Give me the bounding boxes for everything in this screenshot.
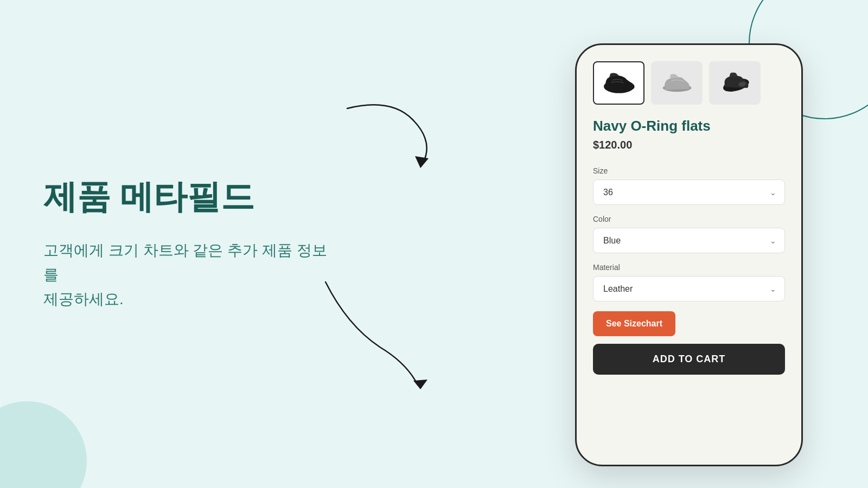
phone-content: Navy O-Ring flats $120.00 Size 36 37 38 … (577, 45, 801, 465)
left-content: 제품 메타필드 고객에게 크기 차트와 같은 추가 제품 정보를 제공하세요. (0, 0, 380, 488)
sub-text: 고객에게 크기 차트와 같은 추가 제품 정보를 제공하세요. (43, 239, 336, 311)
sub-text-line1: 고객에게 크기 차트와 같은 추가 제품 정보를 (43, 242, 327, 283)
thumbnail-2[interactable] (651, 61, 703, 105)
svg-marker-1 (413, 380, 427, 389)
material-label: Material (593, 263, 785, 272)
add-to-cart-button[interactable]: ADD TO CART (593, 344, 785, 375)
svg-marker-0 (415, 156, 429, 168)
material-select[interactable]: Leather Suede Canvas Synthetic (593, 276, 785, 301)
size-select[interactable]: 36 37 38 39 40 (593, 179, 785, 205)
size-label: Size (593, 166, 785, 175)
main-title: 제품 메타필드 (43, 177, 336, 217)
color-field-group: Color Blue Black White Red ⌄ (593, 215, 785, 253)
material-field-group: Material Leather Suede Canvas Synthetic … (593, 263, 785, 301)
size-select-wrapper: 36 37 38 39 40 ⌄ (593, 179, 785, 205)
product-title: Navy O-Ring flats (593, 118, 785, 134)
color-select[interactable]: Blue Black White Red (593, 228, 785, 253)
size-field-group: Size 36 37 38 39 40 ⌄ (593, 166, 785, 205)
shoe-image-1 (600, 69, 638, 97)
product-price: $120.00 (593, 139, 785, 151)
see-sizechart-button[interactable]: See Sizechart (593, 311, 675, 336)
material-select-wrapper: Leather Suede Canvas Synthetic ⌄ (593, 276, 785, 301)
thumbnails-row (593, 61, 785, 105)
phone-mockup: Navy O-Ring flats $120.00 Size 36 37 38 … (575, 43, 803, 466)
thumbnail-3[interactable] (709, 61, 761, 105)
sub-text-line2: 제공하세요. (43, 291, 124, 307)
color-label: Color (593, 215, 785, 223)
color-select-wrapper: Blue Black White Red ⌄ (593, 228, 785, 253)
thumbnail-1[interactable] (593, 61, 644, 105)
shoe-image-2 (658, 69, 696, 97)
shoe-image-3 (716, 69, 754, 97)
phone-frame: Navy O-Ring flats $120.00 Size 36 37 38 … (575, 43, 803, 466)
